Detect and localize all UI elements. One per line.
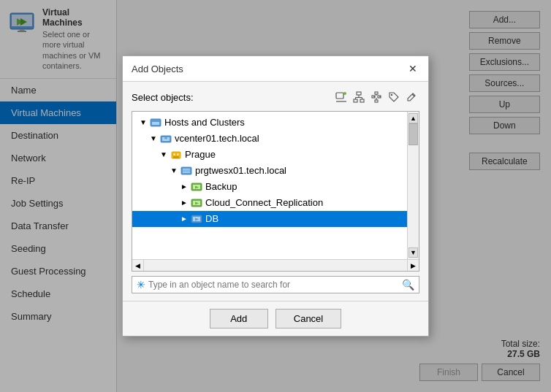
expander-vcenter[interactable]: ▼ [148,134,159,144]
tree-area: ▼ Hosts and Clusters [132,112,407,259]
toolbar-icons [333,89,419,105]
backup-vm-icon [191,181,202,193]
main-window: Virtual Machines Select one or more virt… [0,0,551,392]
tree-item-prgtwesx01[interactable]: ▼ prgtwesx [132,163,407,179]
expander-backup[interactable]: ► [179,182,189,192]
pen-toolbar-icon[interactable] [403,89,419,105]
svg-rect-19 [375,100,378,102]
svg-point-7 [343,92,346,95]
dialog-close-button[interactable]: ✕ [406,62,419,75]
hierarchy-toolbar-icon[interactable] [351,89,367,105]
h-scroll-track[interactable] [144,260,407,271]
prague-label: Prague [185,147,216,162]
vcenter-icon: vc [160,133,172,145]
db-label: DB [205,212,218,226]
dialog-cancel-button[interactable]: Cancel [276,309,341,328]
expander-db[interactable]: ► [179,214,189,224]
svg-point-24 [391,94,392,96]
hosts-clusters-icon [150,117,162,128]
search-asterisk-icon: ✳ [137,279,145,291]
dialog-overlay: Add Objects ✕ Select objects: [0,0,551,392]
tag-toolbar-icon[interactable] [386,89,402,105]
expander-prague[interactable]: ▼ [159,150,169,160]
expander-cloud-connect[interactable]: ► [179,198,189,208]
backup-label: Backup [205,180,237,194]
horizontal-scrollbar[interactable]: ◀ ▶ [132,259,419,271]
search-button-icon[interactable]: 🔍 [402,279,414,291]
dialog-add-button[interactable]: Add [210,309,268,328]
vm-list-toolbar-icon[interactable] [333,89,349,105]
svg-rect-28 [152,120,159,122]
network-toolbar-icon[interactable] [368,89,384,105]
dialog-body: Select objects: [123,82,428,301]
cloud-connect-label: Cloud_Connect_Replication [205,196,323,210]
scroll-left-arrow[interactable]: ◀ [132,260,144,271]
hosts-clusters-label: Hosts and Clusters [164,115,245,130]
dialog-titlebar: Add Objects ✕ [123,56,428,82]
prgtwesx01-label: prgtwesx01.tech.local [195,164,286,178]
svg-rect-6 [336,93,343,99]
expander-hosts[interactable]: ▼ [138,118,148,128]
svg-rect-9 [357,92,361,95]
svg-rect-35 [177,153,179,155]
search-bar: ✳ 🔍 [132,276,419,293]
scroll-up-arrow[interactable]: ▲ [408,113,418,123]
svg-rect-18 [375,92,378,94]
svg-text:vc: vc [164,137,169,142]
svg-rect-10 [354,99,357,102]
scroll-down-arrow[interactable]: ▼ [408,247,418,258]
select-objects-row: Select objects: [132,89,419,105]
prgtwesx01-icon [180,165,192,177]
tree-item-backup[interactable]: ► Backup [132,179,407,195]
tree: ▼ Hosts and Clusters [132,112,407,230]
svg-rect-34 [173,153,175,155]
svg-rect-11 [360,99,364,102]
add-objects-dialog: Add Objects ✕ Select objects: [122,55,429,337]
tree-item-hosts-clusters[interactable]: ▼ Hosts and Clusters [132,115,407,131]
scroll-right-arrow[interactable]: ▶ [407,260,419,271]
prague-icon [170,149,182,161]
dialog-title: Add Objects [132,64,183,74]
cloud-connect-vm-icon [191,197,202,209]
dialog-footer: Add Cancel [123,301,428,336]
svg-rect-36 [173,156,179,158]
select-objects-label: Select objects: [132,92,194,103]
tree-item-cloud-connect[interactable]: ► Cloud_Connect_Replication [132,195,407,211]
expander-prgtwesx01[interactable]: ▼ [169,166,179,176]
vcenter-label: vcenter01.tech.local [175,131,259,146]
tree-item-vcenter[interactable]: ▼ vc vcente [132,131,407,147]
tree-item-db[interactable]: ► DB [132,211,407,227]
svg-rect-38 [183,169,190,173]
db-vm-icon [191,213,202,225]
scroll-thumb[interactable] [408,123,418,145]
vertical-scrollbar[interactable]: ▲ ▼ [407,112,419,259]
tree-item-prague[interactable]: ▼ Prague [132,147,407,163]
search-input[interactable] [148,280,402,290]
